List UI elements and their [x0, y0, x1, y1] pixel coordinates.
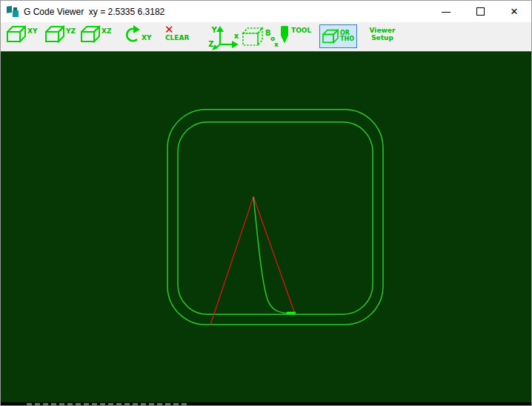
gcode-viewport[interactable]: [1, 52, 531, 402]
view-xz-button[interactable]: XZ: [81, 25, 111, 43]
rapid-move-left: [210, 197, 253, 325]
rotate-xy-label: XY: [142, 34, 151, 44]
axes-y-label: Y: [210, 26, 217, 34]
toolpath-plot: [1, 52, 531, 402]
viewer-setup-line1: Viewer: [370, 27, 396, 34]
clear-button[interactable]: ✕ CLEAR: [164, 24, 189, 41]
view-xy-button[interactable]: XY: [7, 25, 37, 43]
inner-contour-path: [178, 122, 373, 314]
titlebar[interactable]: G Code Viewer xy = 2.5335 6.3182 — ✕: [1, 1, 531, 22]
gcode-viewer-window: G Code Viewer xy = 2.5335 6.3182 — ✕: [0, 0, 532, 406]
axes-button[interactable]: Y x Z: [207, 25, 242, 50]
viewer-setup-line2: Setup: [371, 34, 393, 41]
view-xy-label: XY: [27, 27, 37, 43]
rotate-xy-button[interactable]: XY: [123, 25, 151, 44]
window-title: G Code Viewer xy = 2.5335 6.3182: [24, 7, 164, 17]
view-yz-button[interactable]: YZ: [45, 25, 76, 43]
axes-icon: Y x Z: [207, 25, 242, 50]
window-controls: — ✕: [429, 1, 531, 22]
close-button[interactable]: ✕: [497, 1, 531, 22]
box-button[interactable]: B o x: [241, 26, 279, 49]
minimize-icon: —: [442, 7, 450, 17]
tool-button[interactable]: TOOL: [279, 25, 311, 44]
statusbar-clipped-text: [27, 403, 188, 405]
outer-contour-path: [167, 110, 383, 325]
axes-z-label: Z: [208, 40, 213, 48]
cube-icon: [7, 25, 26, 43]
ortho-label: OR THO: [340, 30, 354, 42]
minimize-button[interactable]: —: [429, 1, 463, 22]
statusbar-strip: [1, 402, 531, 405]
maximize-button[interactable]: [463, 1, 497, 22]
close-icon: ✕: [511, 6, 519, 17]
clear-label: CLEAR: [165, 34, 189, 41]
ortho-label-line2: THO: [340, 36, 354, 42]
app-icon[interactable]: [6, 6, 19, 18]
toolbar: XY YZ XZ: [1, 22, 531, 52]
ortho-toggle-button[interactable]: OR THO: [319, 24, 357, 48]
rotate-icon: [123, 25, 141, 44]
tool-icon: [279, 25, 290, 44]
view-yz-label: YZ: [66, 27, 76, 43]
viewer-setup-button[interactable]: Viewer Setup: [365, 27, 400, 41]
cube-icon: [45, 25, 64, 43]
maximize-icon: [476, 7, 485, 16]
tool-label: TOOL: [291, 27, 311, 44]
box-icon: B o x: [241, 26, 279, 49]
view-xz-label: XZ: [102, 27, 111, 43]
cube-icon: [322, 29, 339, 44]
box-x-label: x: [274, 41, 279, 48]
axes-x-label: x: [234, 32, 239, 40]
cube-icon: [81, 25, 100, 43]
